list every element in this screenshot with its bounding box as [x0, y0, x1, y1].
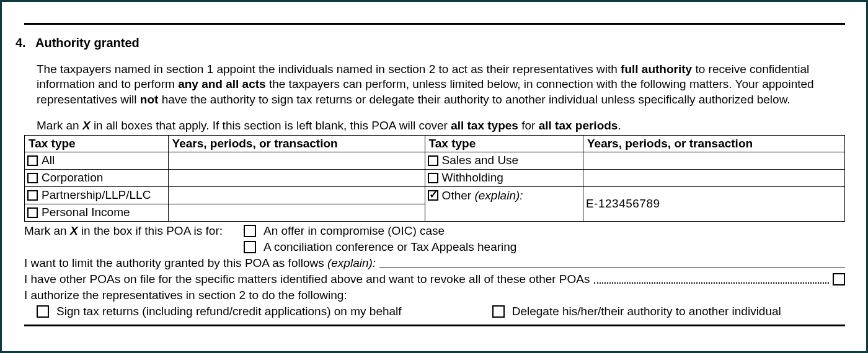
label-delegate: Delegate his/her/their authority to anot… — [512, 305, 781, 318]
poa-for-lead: Mark an X in the box if this POA is for: — [24, 224, 244, 238]
label-corporation: Corporation — [42, 171, 103, 185]
section-divider-top — [24, 23, 845, 25]
label-sales-use: Sales and Use — [442, 154, 519, 167]
poa-for-row-2: A conciliation conference or Tax Appeals… — [24, 240, 845, 254]
checkbox-sales-use[interactable] — [428, 155, 438, 166]
col-tax-type-left: Tax type — [25, 135, 169, 152]
col-years-right: Years, periods, or transaction — [583, 135, 844, 152]
limit-text: I want to limit the authority granted by… — [24, 256, 376, 270]
checkbox-corporation[interactable] — [27, 173, 38, 183]
col-tax-type-right: Tax type — [425, 135, 583, 152]
dotted-leader — [594, 282, 830, 284]
limit-blank-line[interactable] — [379, 268, 845, 268]
years-personal-income[interactable] — [168, 204, 425, 221]
label-other: Other (explain): — [442, 189, 523, 203]
form-page: 4.Authority granted The taxpayers named … — [0, 0, 868, 353]
other-explain-value[interactable]: E-123456789 — [583, 186, 844, 221]
label-all: All — [42, 154, 55, 167]
years-sales-use[interactable] — [583, 152, 844, 169]
years-withholding[interactable] — [583, 169, 844, 186]
years-all[interactable] — [168, 152, 425, 169]
authority-paragraph: The taxpayers named in section 1 appoint… — [37, 62, 845, 107]
limit-authority-row: I want to limit the authority granted by… — [24, 256, 845, 270]
checkbox-other[interactable] — [428, 190, 438, 201]
section-title: Authority granted — [35, 36, 140, 50]
checkbox-withholding[interactable] — [428, 173, 438, 183]
checkbox-all[interactable] — [27, 155, 38, 166]
label-partnership: Partnership/LLP/LLC — [42, 188, 151, 202]
label-conciliation: A conciliation conference or Tax Appeals… — [264, 240, 516, 254]
authorize-options-row: Sign tax returns (including refund/credi… — [24, 305, 845, 318]
label-oic: An offer in compromise (OIC) case — [264, 224, 445, 238]
checkbox-sign-returns[interactable] — [37, 305, 49, 318]
checkbox-delegate[interactable] — [492, 305, 505, 318]
checkbox-revoke[interactable] — [833, 273, 845, 285]
checkbox-conciliation[interactable] — [244, 241, 256, 253]
poa-for-row-1: Mark an X in the box if this POA is for:… — [24, 224, 845, 238]
label-sign-returns: Sign tax returns (including refund/credi… — [56, 305, 402, 318]
below-table-block: Mark an X in the box if this POA is for:… — [24, 224, 845, 318]
label-withholding: Withholding — [442, 171, 503, 185]
checkbox-partnership[interactable] — [27, 190, 38, 201]
revoke-row: I have other POAs on file for the specif… — [24, 272, 845, 286]
years-partnership[interactable] — [168, 186, 425, 204]
mark-x-instruction: Mark an X in all boxes that apply. If th… — [37, 119, 845, 133]
col-years-left: Years, periods, or transaction — [168, 135, 425, 152]
section-divider-bottom — [24, 325, 845, 326]
checkbox-oic[interactable] — [244, 225, 256, 237]
revoke-text: I have other POAs on file for the specif… — [24, 272, 590, 286]
tax-type-table: Tax type Years, periods, or transaction … — [24, 135, 845, 222]
section-number: 4. — [16, 36, 35, 50]
years-corporation[interactable] — [168, 169, 425, 186]
authorize-lead: I authorize the representatives in secti… — [24, 289, 845, 302]
checkbox-personal-income[interactable] — [27, 207, 38, 218]
label-personal-income: Personal Income — [42, 206, 130, 219]
section-heading: 4.Authority granted — [16, 36, 854, 50]
